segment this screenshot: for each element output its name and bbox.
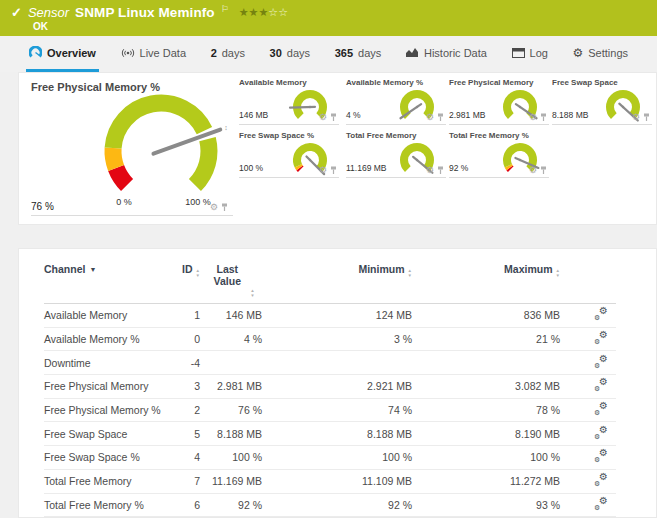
cell-channel[interactable]: Available Memory [44, 309, 174, 321]
cell-channel[interactable]: Free Swap Space % [44, 451, 174, 463]
col-header-maximum[interactable]: Maximum▲▼ [412, 263, 560, 278]
sensor-header-bar: ✓ Sensor SNMP Linux Meminfo ⚐ ★★★☆☆ OK [0, 0, 657, 36]
channel-settings-gears-icon[interactable]: ⚙⚙ [594, 332, 608, 344]
cell-last-value: 4 % [200, 333, 262, 345]
channel-settings-gears-icon[interactable]: ⚙⚙ [594, 403, 608, 415]
needle-handle-icon: ↕ [224, 124, 228, 131]
gear-icon[interactable]: ⚙ [319, 113, 327, 122]
table-row[interactable]: Free Physical Memory32.981 MB2.921 MB3.0… [44, 375, 616, 399]
cell-maximum: 78 % [412, 404, 560, 416]
pin-icon[interactable] [221, 203, 228, 212]
small-gauge-title: Free Physical Memory [449, 78, 533, 87]
tab-log[interactable]: Log [509, 36, 551, 72]
channel-settings-gears-icon[interactable]: ⚙⚙ [594, 474, 608, 486]
gear-icon[interactable]: ⚙ [529, 166, 537, 175]
table-row[interactable]: Total Free Memory %692 %92 %93 %⚙⚙ [44, 494, 616, 518]
tab-number: 30 [270, 47, 282, 59]
tab-overview[interactable]: Overview [26, 36, 99, 72]
small-gauge [601, 88, 645, 128]
sensor-title: SNMP Linux Meminfo [75, 5, 215, 20]
channel-settings-gears-icon[interactable]: ⚙⚙ [594, 308, 608, 320]
cell-minimum: 11.109 MB [262, 475, 412, 487]
tab-settings[interactable]: ⚙ Settings [569, 36, 631, 72]
gear-icon[interactable]: ⚙ [426, 166, 434, 175]
pin-icon[interactable] [330, 166, 337, 175]
gear-icon[interactable]: ⚙ [529, 113, 537, 122]
cell-last-value: 2.981 MB [200, 380, 262, 392]
small-gauge [288, 141, 332, 181]
col-header-channel[interactable]: Channel▼ [44, 263, 174, 275]
cell-minimum: 2.921 MB [262, 380, 412, 392]
cell-id: 2 [174, 404, 200, 416]
tab-word: days [287, 47, 310, 59]
col-header-last-value[interactable]: Last Value▲▼ [200, 263, 262, 298]
cell-channel[interactable]: Free Physical Memory % [44, 404, 174, 416]
tab-number: 2 [211, 47, 217, 59]
pin-icon[interactable] [437, 166, 444, 175]
signal-icon [121, 47, 135, 59]
channel-table-panel: Channel▼ ID▲▼ Last Value▲▼ Minimum▲▼ Max… [18, 248, 657, 518]
favorite-rating-stars[interactable]: ★★★☆☆ [239, 6, 288, 19]
cell-id: 6 [174, 499, 200, 511]
small-gauge-title: Total Free Memory [346, 131, 417, 140]
small-gauge-cell: Available Memory %4 %⚙ [346, 77, 446, 125]
priority-flag-icon[interactable]: ⚐ [221, 4, 229, 14]
small-gauge [395, 88, 439, 128]
cell-id: 7 [174, 475, 200, 487]
col-header-minimum[interactable]: Minimum▲▼ [262, 263, 412, 278]
channel-settings-gears-icon[interactable]: ⚙⚙ [594, 427, 608, 439]
pin-icon[interactable] [437, 113, 444, 122]
main-gauge-value: 76 % [31, 201, 54, 212]
table-row[interactable]: Total Free Memory711.169 MB11.109 MB11.2… [44, 470, 616, 494]
small-gauge-value: 4 % [346, 110, 361, 120]
table-row[interactable]: Free Physical Memory %276 %74 %78 %⚙⚙ [44, 399, 616, 423]
pin-icon[interactable] [330, 113, 337, 122]
small-gauge-value: 92 % [449, 163, 468, 173]
channel-settings-gears-icon[interactable]: ⚙⚙ [594, 498, 608, 510]
tab-label: Settings [588, 47, 628, 59]
cell-channel[interactable]: Available Memory % [44, 333, 174, 345]
cell-channel[interactable]: Free Swap Space [44, 428, 174, 440]
table-row[interactable]: Available Memory %04 %3 %21 %⚙⚙ [44, 328, 616, 352]
cell-channel[interactable]: Free Physical Memory [44, 380, 174, 392]
tab-live-data[interactable]: Live Data [118, 36, 189, 72]
table-row[interactable]: Downtime-4⚙⚙ [44, 351, 616, 375]
cell-minimum: 92 % [262, 499, 412, 511]
cell-id: 0 [174, 333, 200, 345]
sensor-status-text: OK [0, 20, 657, 32]
cell-id: -4 [174, 357, 200, 369]
gear-icon[interactable]: ⚙ [426, 113, 434, 122]
tab-30-days[interactable]: 30 days [267, 36, 314, 72]
gear-icon[interactable]: ⚙ [210, 203, 218, 212]
tab-2-days[interactable]: 2 days [208, 36, 248, 72]
gear-icon[interactable]: ⚙ [319, 166, 327, 175]
small-gauge [288, 88, 332, 128]
table-icon [512, 48, 525, 58]
channel-settings-gears-icon[interactable]: ⚙⚙ [594, 450, 608, 462]
ok-check-icon: ✓ [11, 5, 22, 20]
tab-historic-data[interactable]: Historic Data [403, 36, 490, 72]
gear-icon[interactable]: ⚙ [632, 113, 640, 122]
small-gauge-title: Free Swap Space % [239, 131, 314, 140]
table-row[interactable]: Available Memory1146 MB124 MB836 MB⚙⚙ [44, 304, 616, 328]
table-row[interactable]: Free Swap Space %4100 %100 %100 %⚙⚙ [44, 446, 616, 470]
cell-last-value: 146 MB [200, 309, 262, 321]
small-gauge-cell: Free Swap Space %100 %⚙ [239, 130, 339, 178]
channel-settings-gears-icon[interactable]: ⚙⚙ [594, 356, 608, 368]
cell-channel[interactable]: Total Free Memory % [44, 499, 174, 511]
tab-365-days[interactable]: 365 days [332, 36, 385, 72]
cell-channel[interactable]: Total Free Memory [44, 475, 174, 487]
channel-settings-gears-icon[interactable]: ⚙⚙ [594, 379, 608, 391]
col-header-id[interactable]: ID▲▼ [174, 263, 200, 278]
cell-channel[interactable]: Downtime [44, 357, 174, 369]
small-gauge [498, 141, 542, 181]
pin-icon[interactable] [643, 113, 650, 122]
cell-id: 1 [174, 309, 200, 321]
small-gauge [395, 141, 439, 181]
small-gauge-value: 100 % [239, 163, 263, 173]
cell-last-value: 76 % [200, 404, 262, 416]
table-row[interactable]: Free Swap Space58.188 MB8.188 MB8.190 MB… [44, 422, 616, 446]
pin-icon[interactable] [540, 113, 547, 122]
tab-number: 365 [335, 47, 353, 59]
pin-icon[interactable] [540, 166, 547, 175]
